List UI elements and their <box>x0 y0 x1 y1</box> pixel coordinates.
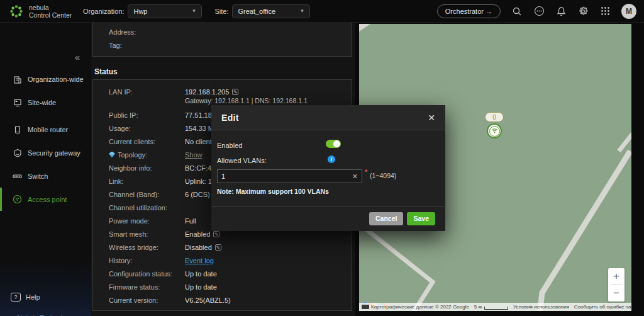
info-icon[interactable]: i <box>328 155 335 163</box>
vlan-input[interactable] <box>218 172 352 180</box>
site-dropdown[interactable]: Great_office ▼ <box>232 4 310 18</box>
cancel-button[interactable]: Cancel <box>369 212 403 225</box>
map-data-attribution: Картографические данные © 2022 Google <box>359 303 472 311</box>
status-row-configuration-status: Configuration status: Up to date <box>93 267 352 280</box>
access-point-map-marker[interactable] <box>487 123 502 138</box>
edit-modal: Edit ✕ Enabled Allowed VLANs: i ✕ * (1~4… <box>211 105 445 231</box>
map-scale: 5 м <box>472 303 511 311</box>
user-avatar[interactable]: M <box>621 4 636 19</box>
allowed-vlans-label: Allowed VLANs: <box>217 157 267 164</box>
chevron-down-icon: ▼ <box>192 8 197 14</box>
organization-label: Organization: <box>83 8 124 15</box>
wifi-icon <box>491 128 498 134</box>
sidebar-item-organization-wide[interactable]: Organization-wide <box>0 67 91 91</box>
status-row-current-version: Current version: V6.25(ABZL.5) <box>93 293 352 307</box>
brand-line2: Control Center <box>29 11 72 19</box>
sidebar-item-label: Security gateway <box>28 149 80 157</box>
site-label: Site: <box>214 8 228 15</box>
sidebar-background-art <box>0 259 91 316</box>
brand-line1: nebula <box>29 4 72 11</box>
modal-title: Edit <box>221 113 239 123</box>
keyboard-shortcuts-icon[interactable] <box>362 305 369 309</box>
info-panel: Address: Tag: <box>92 21 352 57</box>
orchestrator-button[interactable]: Orchestrator → <box>437 4 501 18</box>
tag-label: Tag: <box>109 42 122 49</box>
access-point-wifi-icon <box>13 195 22 204</box>
topology-gem-icon <box>109 152 115 158</box>
edit-wireless-bridge-icon[interactable]: ✎ <box>215 244 221 251</box>
map-zoom-control: + − <box>608 268 625 302</box>
cluster-count-badge[interactable]: 0 <box>485 112 504 122</box>
gateway-dns-text: Gateway: 192.168.1.1 | DNS: 192.168.1.1 <box>185 97 308 104</box>
chevron-down-icon: ▼ <box>300 8 305 14</box>
required-asterisk: * <box>365 168 367 176</box>
vlan-note: Note: Maximum support 100 VLANs <box>217 188 329 195</box>
sidebar-item-label: Access point <box>28 196 67 203</box>
mobile-phone-icon <box>13 125 22 134</box>
save-button[interactable]: Save <box>407 212 435 225</box>
map-attribution-bar: Картографические данные © 2022 Google 5 … <box>359 303 631 311</box>
settings-gear-icon[interactable] <box>577 6 589 17</box>
sidebar-item-label: Organization-wide <box>28 76 84 83</box>
address-label: Address: <box>109 28 136 36</box>
sidebar-item-label: Mobile router <box>28 126 68 133</box>
sidebar-item-label: Switch <box>28 172 48 180</box>
shield-icon <box>13 148 22 157</box>
help-question-icon: ? <box>11 293 21 302</box>
sidebar-item-access-point[interactable]: Access point <box>0 188 91 211</box>
vlan-range-hint: (1~4094) <box>370 172 396 179</box>
status-row-history: History: Event log <box>93 254 352 267</box>
sidebar-item-mobile-router[interactable]: Mobile router <box>0 118 91 141</box>
sidebar-item-site-wide[interactable]: Site-wide <box>0 91 91 114</box>
brand[interactable]: nebula Control Center <box>0 4 80 19</box>
sidebar-item-label: Site-wide <box>28 99 56 106</box>
notifications-bell-icon[interactable] <box>555 6 567 17</box>
report-map-error-link[interactable]: Сообщить об ошибке на карте <box>572 303 631 311</box>
building-icon <box>13 74 22 84</box>
help-label: Help <box>26 293 40 301</box>
organization-dropdown[interactable]: Hwp ▼ <box>128 4 202 18</box>
event-log-link[interactable]: Event log <box>185 257 214 264</box>
app-root: nebula Control Center Organization: Hwp … <box>0 0 644 316</box>
top-bar: nebula Control Center Organization: Hwp … <box>0 0 644 23</box>
zoom-in-button[interactable]: + <box>608 268 625 285</box>
site-icon <box>13 98 22 107</box>
apps-grid-icon[interactable] <box>599 6 611 17</box>
more-options-icon[interactable] <box>533 6 545 17</box>
edit-smart-mesh-icon[interactable]: ✎ <box>213 231 219 237</box>
clear-input-icon[interactable]: ✕ <box>352 172 362 181</box>
enabled-label: Enabled <box>217 142 242 149</box>
search-icon[interactable] <box>511 6 523 17</box>
status-row-firmware-status: Firmware status: Up to date <box>93 280 352 293</box>
sidebar: « Organization-wide Site-wide Mobile rou… <box>0 23 91 316</box>
enabled-toggle[interactable] <box>326 140 341 148</box>
organization-value: Hwp <box>133 8 147 15</box>
topology-show-link[interactable]: Show <box>185 151 203 159</box>
zoom-out-button[interactable]: − <box>608 285 625 302</box>
sidebar-item-security-gateway[interactable]: Security gateway <box>0 141 91 164</box>
site-value: Great_office <box>238 8 275 15</box>
status-section-title: Status <box>94 67 118 76</box>
nebula-logo-icon <box>9 4 24 19</box>
sidebar-collapse-icon[interactable]: « <box>75 52 79 62</box>
terms-of-use-link[interactable]: Условия использования <box>511 303 572 311</box>
help-button[interactable]: ? Help <box>11 293 40 302</box>
switch-device-icon <box>13 171 22 181</box>
modal-close-icon[interactable]: ✕ <box>428 113 435 123</box>
edit-lan-ip-icon[interactable]: ✎ <box>232 89 238 95</box>
vlan-input-wrap: ✕ <box>217 169 362 183</box>
status-row-wireless-bridge: Wireless bridge: Disabled✎ <box>93 240 352 254</box>
sidebar-item-switch[interactable]: Switch <box>0 164 91 188</box>
